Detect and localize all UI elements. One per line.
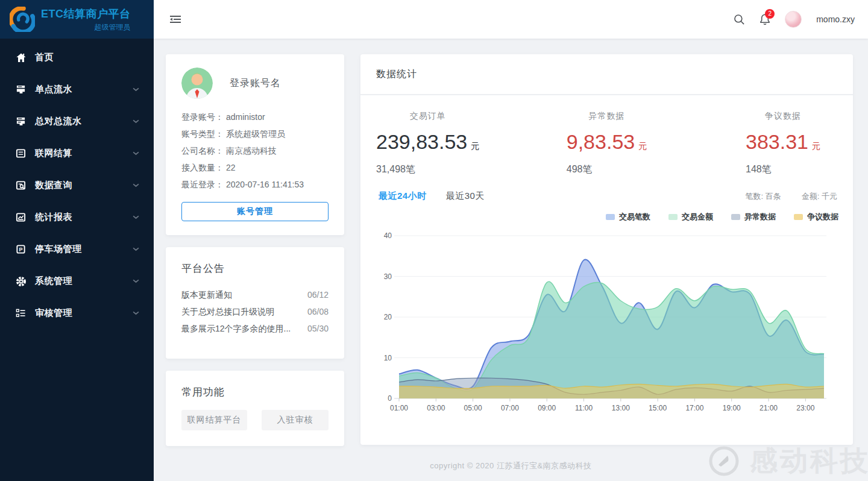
svg-text:30: 30 [384, 272, 392, 281]
settlement-icon [15, 148, 27, 159]
footer-copyright: copyright © 2020 江苏通行宝&南京感动科技 [154, 461, 868, 471]
avatar[interactable] [785, 11, 802, 28]
profile-row: 账号类型：系统超级管理员 [181, 125, 329, 142]
profile-row: 登录账号：administor [181, 108, 329, 125]
sidebar-item-home[interactable]: 首页 [0, 42, 154, 74]
sidebar-item-total-flow[interactable]: 总对总流水 [0, 105, 154, 137]
amount-unit-note: 金额: 千元 [802, 191, 837, 202]
settlement-platform-button[interactable]: 联网结算平台 [181, 410, 247, 430]
traffic-area-chart: 01020304001:0003:0005:0007:0009:0011:001… [368, 225, 844, 413]
username[interactable]: momo.zxy [816, 14, 855, 24]
svg-text:21:00: 21:00 [760, 404, 778, 412]
stat-amount: 239,83.53元 [376, 130, 479, 154]
app-role-subtitle: 超级管理员 [95, 22, 131, 33]
svg-text:05:00: 05:00 [464, 404, 482, 412]
stats-title: 数据统计 [376, 68, 417, 81]
account-manage-button[interactable]: 账号管理 [181, 202, 329, 221]
notice-item[interactable]: 最多展示12个字多余的使用...05/30 [181, 320, 329, 337]
bell-icon[interactable]: 2 [760, 13, 770, 25]
report-icon [15, 212, 27, 223]
chart-toolbar: 最近24小时 最近30天 笔数: 百条 金额: 千元 [360, 182, 853, 202]
stat-abnormal-data: 异常数据 9,83.53元 498笔 [530, 111, 684, 176]
chart-legend: 交易笔数 交易金额 异常数据 争议数据 [360, 202, 853, 222]
chevron-down-icon [133, 87, 139, 92]
app-title: ETC结算商户平台 [41, 7, 131, 21]
stat-count: 148笔 [746, 163, 820, 176]
legend-item[interactable]: 异常数据 [731, 212, 776, 222]
sidebar-item-single-flow[interactable]: 单点流水 [0, 74, 154, 105]
svg-text:07:00: 07:00 [501, 404, 519, 412]
quick-card-title: 常用功能 [181, 385, 329, 399]
chevron-down-icon [133, 183, 139, 187]
notice-card: 平台公告 版本更新通知06/12 关于总对总接口升级说明06/08 最多展示12… [166, 247, 344, 359]
stats-row: 交易订单 239,83.53元 31,498笔 异常数据 9,83.53元 49… [360, 95, 853, 182]
single-flow-icon [15, 84, 27, 95]
notice-item[interactable]: 关于总对总接口升级说明06/08 [181, 303, 329, 320]
main-content: 登录账号名 登录账号：administor 账号类型：系统超级管理员 公司名称：… [154, 39, 868, 481]
collapse-menu-icon[interactable] [169, 14, 181, 24]
tab-last-30d[interactable]: 最近30天 [446, 190, 485, 202]
legend-swatch [794, 214, 803, 220]
home-icon [15, 52, 27, 63]
svg-text:0: 0 [388, 394, 392, 403]
parking-icon: P [15, 244, 27, 255]
svg-text:03:00: 03:00 [427, 404, 445, 412]
left-column: 登录账号名 登录账号：administor 账号类型：系统超级管理员 公司名称：… [166, 54, 344, 446]
legend-swatch [731, 214, 740, 220]
profile-card: 登录账号名 登录账号：administor 账号类型：系统超级管理员 公司名称：… [166, 54, 344, 235]
sidebar-item-report[interactable]: 统计报表 [0, 201, 154, 233]
sidebar-item-audit[interactable]: 审核管理 [0, 297, 154, 329]
chevron-down-icon [133, 247, 139, 251]
sidebar-menu: 首页 单点流水 总对总流水 联网结算 数据查询 统计报表 P [0, 39, 154, 329]
svg-text:40: 40 [384, 231, 392, 240]
svg-text:13:00: 13:00 [612, 404, 630, 412]
audit-icon [15, 307, 27, 319]
legend-swatch [606, 214, 615, 220]
svg-text:10: 10 [384, 354, 392, 362]
profile-row: 接入数量：22 [181, 159, 329, 176]
svg-text:20: 20 [384, 313, 392, 321]
svg-text:19:00: 19:00 [723, 404, 741, 412]
legend-item[interactable]: 交易金额 [668, 212, 713, 222]
stat-amount: 383.31元 [746, 130, 820, 154]
svg-text:15:00: 15:00 [649, 404, 667, 412]
stat-dispute-data: 争议数据 383.31元 148笔 [684, 111, 837, 176]
chevron-down-icon [133, 279, 139, 283]
search-icon[interactable] [734, 14, 745, 25]
stat-count: 31,498笔 [376, 163, 479, 176]
svg-text:17:00: 17:00 [685, 404, 703, 412]
sidebar-logo: ETC结算商户平台 超级管理员 [0, 0, 154, 39]
legend-swatch [668, 214, 678, 220]
chevron-down-icon [133, 151, 139, 156]
stat-amount: 9,83.53元 [567, 130, 647, 154]
profile-row: 最近登录：2020-07-16 11:41:53 [181, 176, 329, 193]
sidebar: ETC结算商户平台 超级管理员 首页 单点流水 总对总流水 联网结算 数据查询 [0, 0, 154, 481]
count-unit-note: 笔数: 百条 [746, 191, 781, 202]
sidebar-item-system[interactable]: 系统管理 [0, 265, 154, 297]
svg-text:11:00: 11:00 [575, 404, 593, 412]
svg-text:09:00: 09:00 [538, 404, 556, 412]
legend-item[interactable]: 交易笔数 [606, 212, 650, 222]
chevron-down-icon [133, 119, 139, 124]
profile-row: 公司名称：南京感动科技 [181, 142, 329, 159]
svg-text:01:00: 01:00 [390, 404, 408, 412]
data-query-icon [15, 180, 27, 191]
notice-item[interactable]: 版本更新通知06/12 [181, 286, 329, 303]
notice-card-title: 平台公告 [181, 262, 329, 275]
sidebar-item-parking[interactable]: P 停车场管理 [0, 233, 154, 265]
chevron-down-icon [133, 215, 139, 219]
tab-last-24h[interactable]: 最近24小时 [379, 190, 427, 202]
user-avatar [181, 68, 213, 99]
stats-header: 数据统计 [360, 54, 853, 95]
entry-audit-button[interactable]: 入驻审核 [262, 410, 329, 430]
stat-trade-orders: 交易订单 239,83.53元 31,498笔 [376, 111, 530, 176]
notification-badge: 2 [765, 9, 775, 19]
chart-area: 01020304001:0003:0005:0007:0009:0011:001… [360, 222, 853, 413]
legend-item[interactable]: 争议数据 [794, 212, 838, 222]
sidebar-item-data-query[interactable]: 数据查询 [0, 169, 154, 201]
sidebar-item-settlement[interactable]: 联网结算 [0, 137, 154, 169]
svg-text:23:00: 23:00 [796, 404, 814, 412]
svg-text:P: P [19, 247, 23, 253]
quick-functions-card: 常用功能 联网结算平台 入驻审核 [166, 371, 344, 446]
topbar: 2 momo.zxy [154, 0, 868, 39]
